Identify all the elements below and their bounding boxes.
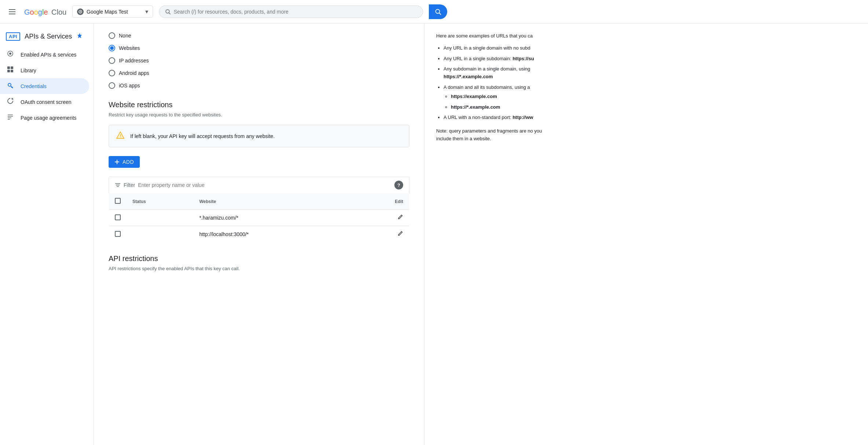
websites-table: Status Website Edit *.haramizu.com/* — [109, 193, 409, 243]
svg-rect-13 — [11, 66, 13, 69]
edit-icon-2[interactable] — [397, 231, 403, 238]
sidebar-header: API APIs & Services — [0, 29, 94, 47]
project-name: Google Maps Test — [87, 9, 142, 15]
project-icon — [77, 8, 84, 15]
svg-rect-21 — [8, 116, 13, 117]
radio-label-ios: iOS apps — [119, 83, 140, 88]
api-restrictions-title: API restrictions — [109, 254, 409, 263]
add-button[interactable]: ADD — [109, 156, 140, 168]
radio-ios[interactable]: iOS apps — [109, 82, 409, 89]
example-2: Any URL in a single subdomain: https://s… — [444, 55, 552, 63]
menu-icon[interactable] — [6, 6, 18, 18]
credentials-icon — [6, 82, 15, 90]
warning-box: ! If left blank, your API key will accep… — [109, 125, 409, 147]
edit-column-header: Edit — [355, 193, 409, 210]
oauth-icon — [6, 98, 15, 106]
api-badge: API — [6, 32, 20, 41]
svg-rect-2 — [9, 14, 15, 14]
page-usage-icon — [6, 113, 15, 122]
example-4: A domain and all its subdomains, using a… — [444, 84, 552, 111]
radio-circle-websites — [109, 45, 115, 51]
search-bar — [159, 6, 423, 18]
filter-icon — [115, 182, 121, 188]
right-panel-examples: Any URL in a single domain with no subd … — [436, 44, 552, 122]
example-3: Any subdomain in a single domain, using … — [444, 65, 552, 81]
svg-rect-20 — [8, 115, 13, 115]
svg-rect-12 — [7, 66, 10, 69]
radio-circle-android — [109, 70, 115, 76]
example-5-bold: http://ww — [513, 115, 533, 120]
svg-rect-23 — [8, 119, 10, 120]
example-4-sub-list: https://example.com https://*.example.co… — [444, 93, 552, 111]
svg-rect-0 — [9, 9, 15, 10]
table-row: http://localhost:3000/* — [109, 226, 409, 243]
filter-input[interactable] — [138, 182, 391, 188]
sidebar-item-page-usage[interactable]: Page usage agreements — [0, 110, 89, 126]
sidebar-item-label: OAuth consent screen — [21, 99, 72, 105]
status-cell-1 — [127, 210, 193, 226]
topbar: Google Cloud Google Maps Test ▾ — [0, 0, 868, 23]
content: None Websites IP addresses Android apps … — [94, 23, 868, 445]
svg-point-5 — [80, 11, 81, 12]
row-checkbox-2[interactable] — [115, 231, 121, 237]
sidebar-item-oauth[interactable]: OAuth consent screen — [0, 94, 89, 110]
filter-label: Filter — [124, 182, 135, 188]
radio-ip[interactable]: IP addresses — [109, 57, 409, 64]
search-button[interactable] — [429, 4, 447, 19]
pin-icon — [76, 32, 83, 41]
svg-point-10 — [9, 53, 11, 55]
enabled-apis-icon — [6, 50, 15, 59]
website-column-header: Website — [193, 193, 355, 210]
svg-rect-22 — [8, 117, 11, 118]
sidebar-item-label: Page usage agreements — [21, 115, 77, 121]
sub-item-2: https://*.example.com — [451, 104, 552, 111]
example-3-bold: https://*.example.com — [444, 74, 493, 79]
status-cell-2 — [127, 226, 193, 243]
warning-text: If left blank, your API key will accept … — [130, 133, 275, 139]
svg-point-8 — [436, 9, 440, 13]
website-restrictions-title: Website restrictions — [109, 101, 409, 109]
search-input[interactable] — [174, 9, 417, 15]
website-cell-2: http://localhost:3000/* — [193, 226, 355, 243]
sidebar-item-enabled-apis[interactable]: Enabled APIs & services — [0, 47, 89, 62]
radio-circle-ios — [109, 82, 115, 89]
right-panel: Here are some examples of URLs that you … — [424, 23, 564, 445]
svg-rect-1 — [9, 11, 15, 12]
main-content: None Websites IP addresses Android apps … — [94, 23, 424, 445]
radio-websites[interactable]: Websites — [109, 45, 409, 51]
library-icon — [6, 66, 15, 75]
row-checkbox-1[interactable] — [115, 214, 121, 220]
radio-circle-ip — [109, 57, 115, 64]
svg-line-9 — [439, 13, 441, 15]
radio-none[interactable]: None — [109, 32, 409, 39]
api-restrictions-subtitle: API restrictions specify the enabled API… — [109, 266, 409, 271]
right-panel-note: Note: query parameters and fragments are… — [436, 127, 552, 143]
project-selector[interactable]: Google Maps Test ▾ — [72, 6, 153, 18]
help-icon[interactable]: ? — [394, 181, 403, 189]
google-cloud-logo: Google Cloud — [24, 6, 66, 18]
example-1: Any URL in a single domain with no subd — [444, 44, 552, 52]
svg-point-16 — [8, 83, 11, 86]
radio-android[interactable]: Android apps — [109, 70, 409, 76]
svg-rect-15 — [11, 70, 13, 72]
sidebar-title: APIs & Services — [25, 33, 72, 40]
sidebar-item-credentials[interactable]: Credentials — [0, 78, 89, 94]
svg-line-7 — [169, 12, 171, 14]
edit-icon-1[interactable] — [397, 215, 403, 221]
radio-label-none: None — [119, 33, 131, 39]
radio-circle-none — [109, 32, 115, 39]
sidebar-item-library[interactable]: Library — [0, 62, 89, 78]
search-icon — [165, 9, 171, 15]
sidebar: API APIs & Services Enabled APIs & servi… — [0, 23, 94, 445]
sidebar-item-label: Credentials — [21, 83, 47, 89]
filter-bar: Filter ? — [109, 177, 409, 193]
website-restrictions-subtitle: Restrict key usage requests to the speci… — [109, 112, 409, 117]
svg-text:Google
        Cloud: Google Cloud — [24, 8, 66, 16]
right-panel-intro: Here are some examples of URLs that you … — [436, 32, 552, 40]
website-cell-1: *.haramizu.com/* — [193, 210, 355, 226]
radio-label-websites: Websites — [119, 45, 140, 51]
example-5: A URL with a non-standard port: http://w… — [444, 114, 552, 122]
svg-point-6 — [166, 10, 169, 13]
select-all-checkbox[interactable] — [115, 198, 121, 204]
example-2-bold: https://su — [513, 56, 534, 61]
